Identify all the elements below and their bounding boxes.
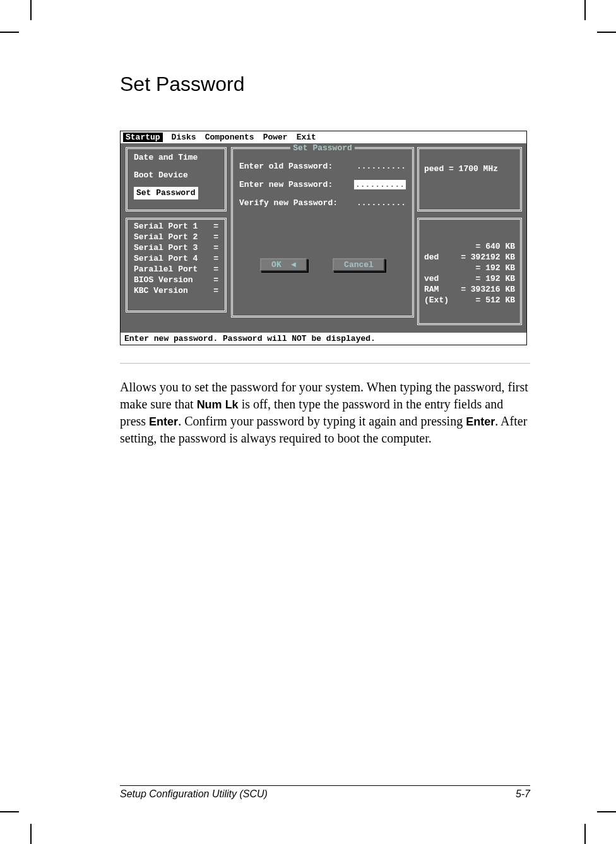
menu-item-boot-device[interactable]: Boot Device [134, 169, 218, 182]
mem-label: (Ext) [424, 295, 449, 306]
menu-components[interactable]: Components [205, 133, 254, 142]
verify-password-label: Verify new Password: [239, 198, 350, 208]
body-paragraph: Allows you to set the password for your … [120, 379, 530, 447]
footer-title: Setup Configuration Utility (SCU) [120, 788, 268, 800]
info-val: = [213, 253, 218, 264]
mem-val: = 512 KB [476, 295, 515, 306]
startup-menu-panel: Date and Time Boot Device Set Password [126, 147, 227, 211]
bios-status-bar: Enter new password. Password will NOT be… [121, 333, 526, 345]
page-footer: Setup Configuration Utility (SCU) 5-7 [120, 785, 530, 800]
bios-menubar: Startup Disks Components Power Exit [121, 131, 526, 143]
key-enter: Enter [149, 415, 178, 428]
cancel-button[interactable]: Cancel [333, 258, 385, 271]
cpu-speed: peed = 1700 MHz [424, 164, 498, 174]
verify-password-input[interactable]: .......... [357, 198, 406, 208]
mem-label: RAM [424, 284, 439, 295]
info-label: Serial Port 1 [134, 221, 198, 232]
body-text: . Confirm your password by typing it aga… [178, 414, 466, 428]
old-password-input[interactable]: .......... [357, 162, 406, 171]
info-label: Serial Port 4 [134, 253, 198, 264]
info-val: = [213, 242, 218, 253]
info-label: BIOS Version [134, 275, 193, 285]
page-heading: Set Password [120, 73, 530, 96]
old-password-label: Enter old Password: [239, 162, 350, 171]
info-label: Serial Port 3 [134, 242, 198, 253]
mem-val: = 192 KB [476, 273, 515, 284]
new-password-input[interactable]: .......... [354, 180, 406, 189]
info-panel: Serial Port 1= Serial Port 2= Serial Por… [126, 218, 227, 312]
menu-power[interactable]: Power [263, 133, 288, 142]
key-numlk: Num Lk [197, 398, 239, 411]
bios-screenshot: Startup Disks Components Power Exit Date… [120, 131, 527, 345]
mem-label: ved [424, 273, 439, 284]
info-val: = [213, 285, 218, 296]
mem-label: ded [424, 252, 439, 263]
info-label: Parallel Port [134, 264, 198, 275]
info-label: KBC Version [134, 285, 188, 296]
new-password-label: Enter new Password: [239, 180, 348, 189]
menu-exit[interactable]: Exit [297, 133, 316, 142]
info-val: = [213, 275, 218, 285]
mem-val: = 192 KB [476, 263, 515, 273]
key-enter: Enter [466, 415, 495, 428]
menu-item-set-password[interactable]: Set Password [134, 187, 198, 199]
dialog-title: Set Password [290, 143, 355, 153]
page-number: 5-7 [516, 788, 530, 800]
mem-val: = 393216 KB [461, 284, 515, 295]
ok-button[interactable]: OK ◄ [260, 258, 307, 271]
mem-val: = 640 KB [476, 241, 515, 252]
memory-info-panel: = 640 KB ded= 392192 KB = 192 KB ved= 19… [417, 218, 522, 325]
mem-val: = 392192 KB [461, 252, 515, 263]
ok-button-label: OK [271, 260, 281, 270]
cpu-info-panel: peed = 1700 MHz [417, 147, 522, 211]
menu-disks[interactable]: Disks [172, 133, 196, 142]
menu-startup[interactable]: Startup [123, 133, 163, 142]
info-val: = [213, 264, 218, 275]
info-label: Serial Port 2 [134, 232, 198, 242]
info-val: = [213, 221, 218, 232]
set-password-dialog: Set Password Enter old Password: .......… [231, 147, 414, 318]
info-val: = [213, 232, 218, 242]
menu-item-date-time[interactable]: Date and Time [134, 152, 218, 164]
horizontal-rule [120, 363, 530, 364]
